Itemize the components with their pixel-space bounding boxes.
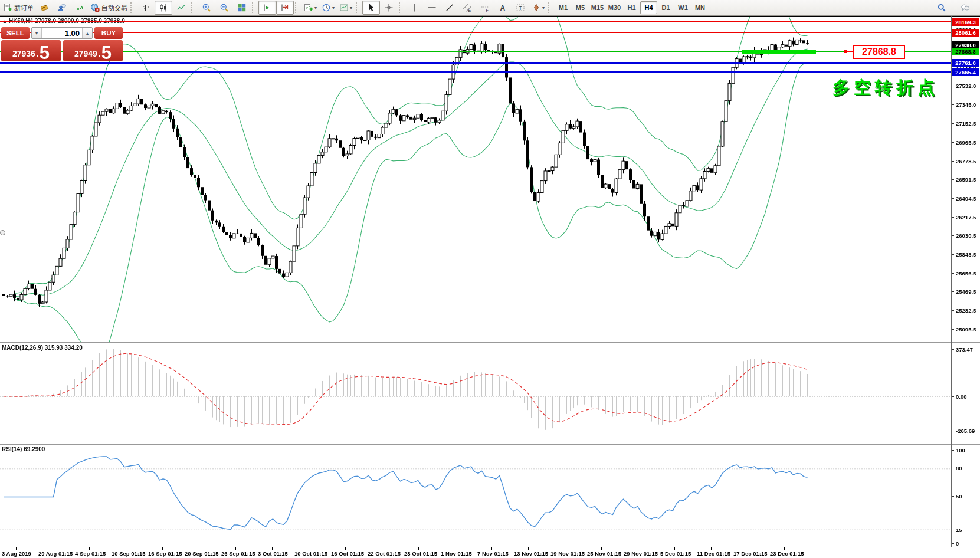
cursor-button[interactable]	[362, 1, 380, 15]
trendline-highlight-segment[interactable]	[742, 50, 816, 54]
toolbar-group-handle[interactable]	[399, 2, 403, 13]
chart-shift-icon	[280, 3, 290, 12]
search-button[interactable]	[933, 1, 950, 15]
time-axis-label: 1 Nov 01:15	[441, 550, 472, 557]
timeframe-button-m15[interactable]: M15	[589, 1, 606, 14]
chat-button[interactable]	[956, 1, 974, 15]
gold-chart-icon	[40, 3, 49, 12]
time-axis-label: 29 Nov 01:15	[624, 550, 658, 557]
sell-price-box[interactable]: 27936.5	[1, 40, 61, 61]
price-tick: 27532.0	[956, 83, 976, 89]
volume-increase-button[interactable]: ▴	[82, 28, 92, 38]
volume-input[interactable]	[42, 28, 82, 38]
equidistant-channel-button[interactable]: E	[458, 1, 476, 15]
horizontal-line-28169.3[interactable]	[0, 21, 951, 22]
timeframe-button-m30[interactable]: M30	[606, 1, 623, 14]
toolbar-group-handle[interactable]	[252, 2, 256, 13]
indicators-button[interactable]: ▾	[301, 1, 319, 15]
text-label-button[interactable]: T	[512, 1, 529, 15]
fibonacci-icon: F	[480, 3, 490, 12]
crosshair-button[interactable]	[380, 1, 398, 15]
volume-decrease-button[interactable]: ▾	[32, 28, 42, 38]
timeframe-button-w1[interactable]: W1	[674, 1, 691, 14]
time-axis-label: 23 Dec 01:15	[770, 550, 804, 557]
chevron-down-icon: ▾	[542, 5, 545, 11]
time-axis-label: 13 Nov 01:15	[514, 550, 548, 557]
svg-text:T: T	[519, 5, 522, 11]
new-order-button[interactable]: 新订单	[1, 1, 35, 15]
vertical-line-button[interactable]	[405, 1, 423, 15]
time-axis-label: 28 Oct 01:15	[404, 550, 437, 557]
time-axis-label: 29 Aug 01:15	[38, 550, 73, 557]
horizontal-line-27761[interactable]	[0, 62, 951, 64]
toolbar-group-handle[interactable]	[356, 2, 360, 13]
text-button[interactable]: A	[494, 1, 512, 15]
svg-text:A: A	[500, 4, 506, 12]
auto-scroll-button[interactable]	[258, 1, 276, 15]
price-tick: 25095.5	[956, 326, 976, 333]
timeframe-button-h1[interactable]: H1	[623, 1, 640, 14]
time-axis-label: 4 Sep 01:15	[75, 550, 106, 557]
tile-windows-button[interactable]	[233, 1, 251, 15]
auto-scroll-icon	[263, 3, 272, 12]
buy-price-box[interactable]: 27949.5	[63, 40, 123, 61]
horizontal-line-27665.4[interactable]	[0, 71, 951, 73]
indicator-add-icon	[304, 3, 313, 12]
autotrading-icon	[90, 3, 100, 12]
rsi-axis-label: 100	[956, 447, 965, 454]
horizontal-line-button[interactable]	[423, 1, 441, 15]
timeframe-button-m5[interactable]: M5	[572, 1, 589, 14]
trendline-icon	[445, 3, 454, 12]
trendline-button[interactable]	[441, 1, 458, 15]
autotrading-button[interactable]: 自动交易	[89, 1, 129, 15]
market-watch-button[interactable]	[53, 1, 71, 15]
toolbar-group-handle[interactable]	[191, 2, 195, 13]
text-label-icon: T	[516, 3, 525, 12]
svg-text:E: E	[468, 8, 471, 12]
timeframe-button-d1[interactable]: D1	[657, 1, 674, 14]
time-axis-label: 16 Oct 01:15	[331, 550, 364, 557]
chart-shift-button[interactable]	[276, 1, 294, 15]
templates-button[interactable]: ▾	[337, 1, 355, 15]
fibonacci-button[interactable]: F	[476, 1, 494, 15]
price-tick: 25843.5	[956, 251, 976, 258]
arrows-button[interactable]: ▾	[529, 1, 547, 15]
line-chart-button[interactable]	[172, 1, 190, 15]
timeframe-button-mn[interactable]: MN	[691, 1, 709, 14]
buy-button[interactable]: BUY	[94, 27, 123, 39]
candlestick-button[interactable]	[155, 1, 172, 15]
zoom-out-button[interactable]	[215, 1, 233, 15]
text-annotation[interactable]: 多空转折点	[832, 76, 939, 100]
timeframe-button-m1[interactable]: M1	[555, 1, 572, 14]
sell-button[interactable]: SELL	[1, 27, 30, 39]
vertical-line-icon	[409, 3, 419, 12]
chevron-down-icon: ▾	[350, 5, 352, 11]
price-tick: 26030.5	[956, 232, 976, 239]
rsi-axis-label: 80	[956, 465, 962, 471]
price-callout[interactable]: 27868.8	[853, 45, 905, 59]
time-axis-label: 11 Dec 01:15	[697, 550, 730, 557]
price-tag: 27868.8	[952, 48, 979, 55]
signals-icon	[75, 3, 84, 12]
toolbar-group-handle[interactable]	[295, 2, 299, 13]
horizontal-line-28061.6[interactable]	[0, 32, 951, 33]
macd-axis-label: 0.00	[956, 393, 967, 400]
periods-button[interactable]: ▾	[319, 1, 337, 15]
volume-spinner: ▾ ▴	[31, 27, 93, 39]
search-icon	[937, 3, 946, 12]
market-watch-icon	[57, 3, 67, 12]
object-anchor-icon	[0, 230, 5, 235]
bar-chart-button[interactable]	[137, 1, 155, 15]
chart-window-button[interactable]	[35, 1, 53, 15]
clock-icon	[322, 3, 331, 12]
zoom-in-button[interactable]	[198, 1, 215, 15]
time-axis-label: 22 Oct 01:15	[368, 550, 401, 557]
toolbar-group-handle[interactable]	[548, 2, 552, 13]
toolbar-group-handle[interactable]	[130, 2, 135, 13]
svg-text:F: F	[486, 8, 489, 12]
crosshair-icon	[384, 3, 394, 12]
timeframe-button-h4[interactable]: H4	[640, 1, 657, 14]
signals-button[interactable]	[71, 1, 89, 15]
time-axis-label: 20 Sep 01:15	[185, 550, 219, 557]
autotrading-button-label: 自动交易	[101, 4, 127, 12]
